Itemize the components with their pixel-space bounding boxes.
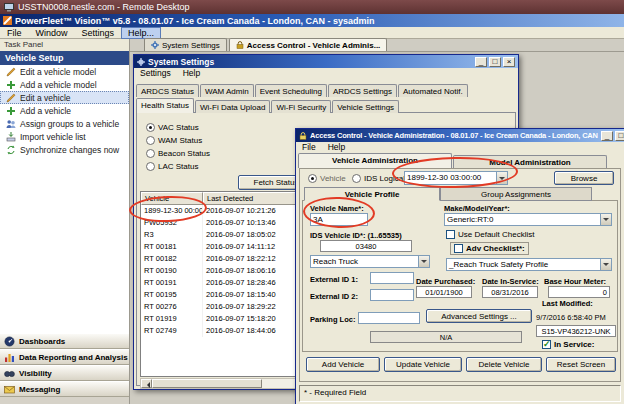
- tab-wam-admin[interactable]: WAM Admin: [200, 84, 254, 97]
- close-button[interactable]: ×: [503, 57, 515, 67]
- parking-loc-input[interactable]: [358, 312, 420, 324]
- chevron-down-icon[interactable]: [600, 214, 611, 225]
- vehicle-cell: RT 00181: [141, 241, 203, 253]
- tab-label: Access Control - Vehicle Adminis...: [247, 41, 381, 50]
- tab-vehicle-profile[interactable]: Vehicle Profile: [304, 187, 440, 201]
- combo-value: Reach Truck: [311, 256, 418, 267]
- minimize-button[interactable]: _: [475, 57, 487, 67]
- tab-vehicle-settings[interactable]: Vehicle Settings: [332, 100, 399, 113]
- vehicle-name-input[interactable]: 3A: [310, 213, 368, 226]
- external-id2-input[interactable]: [370, 289, 414, 301]
- use-default-checklist-checkbox[interactable]: Use Default Checklist: [446, 230, 534, 239]
- beacon-status-radio[interactable]: Beacon Status: [146, 149, 210, 158]
- wam-status-radio[interactable]: WAM Status: [146, 136, 202, 145]
- safety-profile-combo[interactable]: _Reach Truck Safety Profile: [446, 258, 612, 271]
- reset-screen-button[interactable]: Reset Screen: [546, 357, 616, 372]
- tab-health-status[interactable]: Health Status: [136, 98, 194, 113]
- section-dashboards[interactable]: Dashboards: [0, 333, 129, 349]
- people-icon: [5, 119, 16, 129]
- section-label: Messaging: [19, 385, 60, 394]
- add-icon: [5, 106, 16, 116]
- update-vehicle-button[interactable]: Update Vehicle: [384, 357, 462, 372]
- vehicle-cell: RT 01919: [141, 313, 203, 325]
- browse-button[interactable]: Browse: [554, 171, 614, 185]
- menu-help[interactable]: Help: [322, 142, 351, 153]
- tab-group-assignments[interactable]: Group Assignments: [440, 187, 592, 201]
- chevron-down-icon[interactable]: [418, 256, 429, 267]
- sidebar-item-edit-vehicle[interactable]: Edit a vehicle: [0, 91, 129, 104]
- tab-system-settings[interactable]: System Settings: [144, 38, 227, 51]
- lac-status-radio[interactable]: LAC Status: [146, 162, 198, 171]
- sidebar-item-label: Add a vehicle: [20, 106, 71, 116]
- scrollbar-thumb[interactable]: [152, 379, 262, 388]
- add-vehicle-button[interactable]: Add Vehicle: [306, 357, 380, 372]
- section-data-reporting[interactable]: Data Reporting and Analysis: [0, 349, 129, 365]
- maximize-button[interactable]: □: [489, 57, 501, 67]
- tab-ardcs-status[interactable]: ARDCS Status: [136, 84, 199, 97]
- access-control-titlebar[interactable]: Access Control - Vehicle Administration …: [296, 129, 624, 142]
- vehicle-cell: RT 00195: [141, 289, 203, 301]
- chevron-down-icon[interactable]: [600, 259, 611, 270]
- sidebar-item-synchronize[interactable]: Synchronize changes now: [0, 143, 129, 156]
- make-model-year-combo[interactable]: Generic:RT:0: [444, 213, 612, 226]
- section-visibility[interactable]: Visibility: [0, 365, 129, 381]
- tab-wifi-data-upload[interactable]: Wi-Fi Data Upload: [195, 100, 270, 113]
- column-header-vehicle[interactable]: Vehicle: [141, 192, 203, 205]
- adv-checklist-checkbox[interactable]: Adv Checklist*:: [450, 242, 529, 255]
- menu-file[interactable]: File: [296, 142, 322, 153]
- tab-ardcs-settings[interactable]: ARDCS Settings: [328, 84, 397, 97]
- external-id1-input[interactable]: [370, 272, 414, 284]
- vehicle-cell: R3: [141, 229, 203, 241]
- last-detected-cell: 2016-09-07 18:05:02: [203, 229, 299, 241]
- vehicle-radio[interactable]: Vehicle: [308, 174, 346, 183]
- remote-desktop-titlebar[interactable]: USSTN0008.nestle.com - Remote Desktop: [0, 0, 624, 14]
- tab-access-control[interactable]: Access Control - Vehicle Adminis...: [229, 38, 388, 51]
- sidebar-item-import-list[interactable]: Import vehicle list: [0, 130, 129, 143]
- menu-help[interactable]: Help...: [121, 27, 161, 39]
- last-detected-cell: 2016-09-07 18:15:40: [203, 289, 299, 301]
- ids-vehicle-id-label: IDS Vehicle ID*: (1..65535): [310, 231, 402, 240]
- base-hour-meter-label: Base Hour Meter:: [544, 277, 606, 286]
- section-label: Data Reporting and Analysis: [19, 353, 128, 362]
- system-settings-titlebar[interactable]: System Settings _ □ ×: [134, 55, 518, 68]
- scroll-left-button[interactable]: [141, 379, 152, 388]
- vehicle-cell: RT 00276: [141, 301, 203, 313]
- parking-loc-label: Parking Loc:: [310, 315, 355, 324]
- column-header-last-detected[interactable]: Last Detected: [203, 192, 299, 205]
- edit-icon: [5, 93, 16, 103]
- chevron-down-icon[interactable]: [496, 172, 507, 184]
- tab-automated-notif[interactable]: Automated Notif.: [398, 84, 468, 97]
- vac-status-radio[interactable]: VAC Status: [146, 123, 199, 132]
- sidebar-item-assign-groups[interactable]: Assign groups to a vehicle: [0, 117, 129, 130]
- radio-label: WAM Status: [158, 136, 202, 145]
- checkbox-icon: [454, 244, 463, 253]
- sidebar-item-label: Edit a vehicle: [20, 93, 71, 103]
- tab-model-administration[interactable]: Model Administration: [453, 155, 607, 168]
- menu-settings[interactable]: Settings: [75, 27, 122, 39]
- lock-icon: [236, 41, 244, 49]
- menu-settings[interactable]: Settings: [134, 68, 177, 79]
- tab-event-scheduling[interactable]: Event Scheduling: [255, 84, 327, 97]
- sidebar-item-add-vehicle[interactable]: Add a vehicle: [0, 104, 129, 117]
- vehicle-name-label: Vehicle Name*:: [310, 204, 364, 213]
- delete-vehicle-button[interactable]: Delete Vehicle: [466, 357, 542, 372]
- advanced-settings-button[interactable]: Advanced Settings ...: [426, 309, 532, 323]
- lock-icon: [299, 132, 307, 140]
- vehicle-selector-combo[interactable]: 1899-12-30 03:00:00: [404, 171, 508, 185]
- na-value-box: N/A: [370, 331, 522, 343]
- sidebar-item-add-vehicle-model[interactable]: Add a vehicle model: [0, 78, 129, 91]
- menu-help[interactable]: Help: [177, 68, 206, 79]
- vehicle-cell: RT 00190: [141, 265, 203, 277]
- vehicle-type-combo[interactable]: Reach Truck: [310, 255, 430, 268]
- minimize-button[interactable]: _: [601, 131, 613, 141]
- in-service-checkbox[interactable]: In Service:: [542, 340, 594, 349]
- tab-vehicle-administration[interactable]: Vehicle Administration: [298, 153, 452, 168]
- tab-wifi-security[interactable]: Wi-Fi Security: [271, 100, 331, 113]
- sidebar-item-label: Assign groups to a vehicle: [20, 119, 119, 129]
- menu-file[interactable]: File: [0, 27, 29, 39]
- maximize-button[interactable]: □: [615, 131, 624, 141]
- menu-window[interactable]: Window: [29, 27, 75, 39]
- section-messaging[interactable]: Messaging: [0, 381, 129, 397]
- sidebar-item-edit-vehicle-model[interactable]: Edit a vehicle model: [0, 65, 129, 78]
- app-titlebar[interactable]: PowerFleet™ Vision™ v5.8 - 08.01.07 - Ic…: [0, 14, 624, 27]
